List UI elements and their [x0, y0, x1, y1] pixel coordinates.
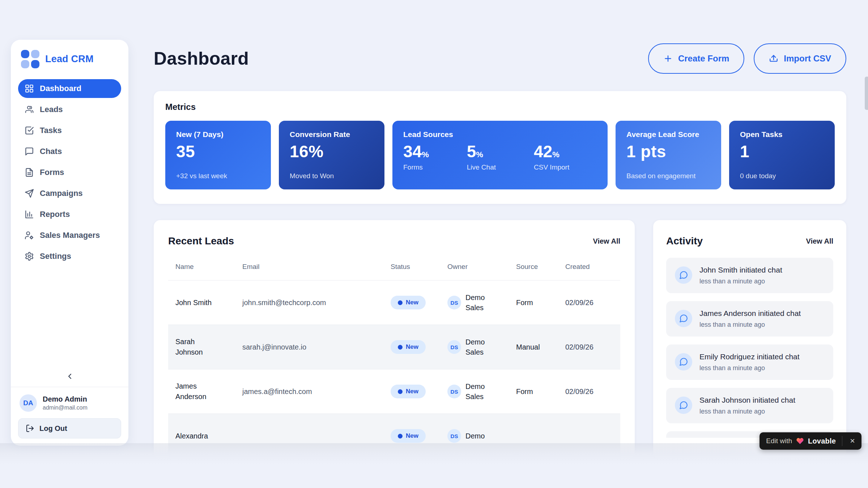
- scrollbar-thumb[interactable]: [865, 77, 868, 110]
- sidebar-item-tasks[interactable]: Tasks: [18, 121, 121, 140]
- list-item[interactable]: Sarah Johnson initiated chat less than a…: [666, 388, 833, 423]
- brand-name: Lead CRM: [45, 53, 94, 65]
- sidebar-item-forms[interactable]: Forms: [18, 163, 121, 182]
- sidebar-item-dashboard[interactable]: Dashboard: [18, 79, 121, 98]
- stat-unit: %: [476, 150, 483, 159]
- metric-label: Conversion Rate: [290, 130, 374, 139]
- activity-text: Sarah Johnson initiated chat: [699, 396, 795, 404]
- status-dot-icon: [398, 434, 403, 438]
- activity-timestamp: less than a minute ago: [699, 278, 782, 285]
- activity-timestamp: less than a minute ago: [699, 408, 795, 415]
- stat-label: Live Chat: [467, 163, 496, 171]
- lovable-badge[interactable]: Edit with Lovable ✕: [760, 432, 861, 450]
- user-name: Demo Admin: [43, 395, 88, 403]
- lead-source: Form: [516, 388, 565, 396]
- sidebar-collapse-button[interactable]: [63, 371, 77, 382]
- metric-label: Open Tasks: [740, 130, 824, 139]
- table-row[interactable]: James Anderson james.a@fintech.com New D…: [168, 369, 620, 414]
- log-out-button[interactable]: Log Out: [18, 418, 121, 438]
- lead-created: 02/09/26: [565, 343, 620, 351]
- recent-leads-view-all-link[interactable]: View All: [593, 237, 620, 245]
- close-icon[interactable]: ✕: [846, 435, 859, 447]
- lovable-heart-icon: [796, 437, 804, 445]
- metric-label: Average Lead Score: [626, 130, 710, 139]
- sidebar-item-label: Leads: [40, 105, 63, 114]
- lovable-badge-prefix: Edit with: [766, 437, 792, 445]
- gear-icon: [25, 252, 34, 261]
- sidebar-item-sales-managers[interactable]: Sales Managers: [18, 226, 121, 245]
- logo-dot: [31, 50, 39, 58]
- metric-label: New (7 Days): [176, 130, 260, 139]
- lead-source-stats: 34% Forms 5% Live Chat 42% CSV Import: [403, 142, 597, 171]
- check-square-icon: [25, 126, 34, 135]
- sidebar: Lead CRM Dashboard Leads Tasks: [11, 40, 128, 446]
- user-profile[interactable]: DA Demo Admin admin@mail.com: [18, 387, 121, 418]
- stat-value: 5: [467, 142, 476, 161]
- activity-view-all-link[interactable]: View All: [806, 237, 833, 245]
- chat-bubble-icon: [675, 397, 692, 414]
- divider: [842, 436, 842, 446]
- sidebar-item-reports[interactable]: Reports: [18, 205, 121, 224]
- owner-name: Demo: [465, 431, 485, 441]
- metrics-title: Metrics: [165, 102, 835, 112]
- sidebar-item-label: Chats: [40, 147, 62, 156]
- user-email: admin@mail.com: [43, 404, 88, 411]
- crm-dashboard-screen: Lead CRM Dashboard Leads Tasks: [0, 0, 868, 488]
- owner-avatar: DS: [447, 429, 461, 443]
- lead-email: sarah.j@innovate.io: [242, 343, 391, 351]
- list-item[interactable]: John Smith initiated chat less than a mi…: [666, 258, 833, 293]
- metric-card-open-tasks: Open Tasks 1 0 due today: [729, 121, 835, 189]
- leads-table-header: Name Email Status Owner Source Created: [168, 259, 620, 281]
- document-icon: [25, 168, 34, 177]
- sidebar-item-label: Campaigns: [40, 189, 83, 198]
- list-item[interactable]: James Anderson initiated chat less than …: [666, 301, 833, 337]
- lead-source: Form: [516, 299, 565, 307]
- create-form-button[interactable]: Create Form: [648, 43, 744, 74]
- sidebar-item-settings[interactable]: Settings: [18, 247, 121, 266]
- status-dot-icon: [398, 389, 403, 394]
- lead-source-stat-live-chat: 5% Live Chat: [467, 142, 496, 171]
- stat-value: 34: [403, 142, 422, 161]
- import-csv-button[interactable]: Import CSV: [754, 43, 846, 74]
- metric-card-average-lead-score: Average Lead Score 1 pts Based on engage…: [616, 121, 721, 189]
- owner-name: Demo Sales: [465, 337, 490, 357]
- stat-label: Forms: [403, 163, 429, 171]
- stat-unit: %: [552, 150, 559, 159]
- plus-icon: [663, 54, 673, 63]
- lead-email: james.a@fintech.com: [242, 388, 391, 396]
- table-row[interactable]: Alexandra New DSDemo: [168, 414, 620, 458]
- activity-text: John Smith initiated chat: [699, 266, 782, 274]
- page-header: Dashboard Create Form Import CSV: [154, 42, 846, 75]
- sidebar-item-campaigns[interactable]: Campaigns: [18, 184, 121, 203]
- log-out-icon: [26, 424, 34, 433]
- table-row[interactable]: John Smith john.smith@techcorp.com New D…: [168, 281, 620, 325]
- status-dot-icon: [398, 345, 403, 350]
- user-gear-icon: [25, 231, 34, 240]
- lead-crm-logo-icon: [21, 50, 39, 68]
- column-header-source: Source: [516, 263, 565, 277]
- metric-subtext: Moved to Won: [290, 172, 374, 180]
- sidebar-item-leads[interactable]: Leads: [18, 100, 121, 119]
- column-header-email: Email: [242, 263, 391, 277]
- table-row[interactable]: Sarah Johnson sarah.j@innovate.io New DS…: [168, 325, 620, 369]
- owner-avatar: DS: [447, 385, 461, 398]
- column-header-owner: Owner: [447, 263, 516, 277]
- chat-bubble-icon: [675, 353, 692, 371]
- list-item[interactable]: Emily Rodriguez initiated chat less than…: [666, 344, 833, 380]
- sidebar-item-chats[interactable]: Chats: [18, 142, 121, 161]
- status-badge: New: [391, 385, 426, 398]
- dashboard-grid-icon: [25, 84, 34, 93]
- activity-title: Activity: [666, 235, 703, 247]
- lovable-brand-label: Lovable: [808, 437, 836, 445]
- status-badge: New: [391, 296, 426, 309]
- status-label: New: [406, 432, 418, 440]
- owner-name: Demo Sales: [465, 292, 490, 313]
- sidebar-item-label: Settings: [40, 252, 71, 261]
- column-header-created: Created: [565, 263, 620, 277]
- metrics-section: Metrics New (7 Days) 35 +32 vs last week…: [154, 91, 846, 204]
- chat-bubble-icon: [675, 266, 692, 284]
- activity-text: Emily Rodriguez initiated chat: [699, 352, 800, 361]
- stat-unit: %: [422, 150, 429, 159]
- stat-value: 42: [534, 142, 552, 161]
- lead-source-stat-forms: 34% Forms: [403, 142, 429, 171]
